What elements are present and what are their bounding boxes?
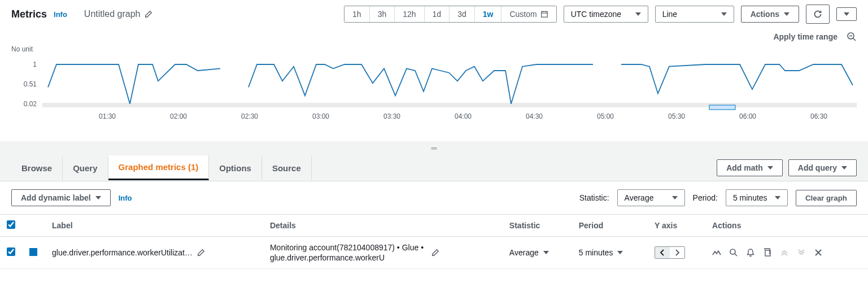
xtick: 06:30	[810, 112, 827, 120]
tab-browse[interactable]: Browse	[11, 157, 63, 180]
tab-graphed-metrics[interactable]: Graphed metrics (1)	[108, 155, 210, 180]
graph-name[interactable]: Untitled graph	[84, 9, 153, 19]
copy-icon[interactable]	[763, 248, 772, 257]
graph-name-text: Untitled graph	[84, 9, 141, 19]
metrics-line-chart[interactable]: 1 0.51 0.02 01:30 02:00 02:30 03:00 03:3…	[11, 57, 857, 130]
time-range-3h[interactable]: 3h	[370, 6, 395, 22]
statistic-label: Statistic:	[579, 193, 609, 202]
add-query-label: Add query	[798, 163, 837, 172]
xtick: 01:30	[99, 112, 116, 120]
metric-color-swatch[interactable]	[29, 248, 37, 256]
row-period-value: 5 minutes	[579, 248, 613, 257]
zoom-out-icon[interactable]	[847, 32, 857, 42]
search-icon[interactable]	[729, 248, 738, 257]
xtick: 03:00	[312, 112, 329, 120]
chart-area: No unit 1 0.51 0.02 01:30 02:00 02:30 03…	[0, 45, 868, 141]
time-range-1w[interactable]: 1w	[475, 6, 502, 22]
svg-rect-0	[541, 12, 547, 18]
chevron-right-icon	[674, 249, 680, 256]
statistic-dropdown[interactable]: Average	[617, 189, 685, 206]
row-statistic-value: Average	[509, 248, 539, 257]
caret-down-icon	[784, 12, 790, 16]
info-link[interactable]: Info	[54, 10, 67, 19]
add-query-button[interactable]: Add query	[788, 159, 857, 176]
caret-down-icon	[543, 251, 549, 254]
xtick: 04:30	[526, 112, 543, 120]
close-icon[interactable]	[814, 248, 823, 257]
tab-source[interactable]: Source	[262, 157, 312, 180]
caret-down-icon	[775, 196, 780, 199]
col-actions: Actions	[705, 215, 868, 237]
xtick: 03:30	[383, 112, 400, 120]
time-range-3d[interactable]: 3d	[450, 6, 475, 22]
timezone-dropdown[interactable]: UTC timezone	[564, 6, 648, 23]
caret-down-icon	[617, 251, 623, 254]
add-dynamic-label-button[interactable]: Add dynamic label	[11, 189, 111, 206]
caret-down-icon	[635, 12, 641, 16]
caret-down-icon	[721, 12, 727, 16]
row-actions	[712, 248, 861, 257]
move-down-icon[interactable]	[797, 248, 806, 257]
row-statistic-dropdown[interactable]: Average	[509, 248, 565, 257]
chevron-left-icon	[660, 249, 665, 256]
time-range-selector: 1h 3h 12h 1d 3d 1w Custom	[344, 6, 557, 23]
caret-down-icon	[672, 196, 678, 199]
select-all-checkbox[interactable]	[7, 220, 15, 229]
edit-icon[interactable]	[145, 10, 152, 18]
actions-label: Actions	[751, 10, 779, 19]
time-range-1h[interactable]: 1h	[344, 6, 370, 22]
time-range-custom[interactable]: Custom	[501, 6, 556, 22]
xtick: 04:00	[455, 112, 472, 120]
col-statistic: Statistic	[503, 215, 572, 237]
xtick: 02:30	[241, 112, 258, 120]
time-range-1d[interactable]: 1d	[425, 6, 450, 22]
xtick: 05:30	[668, 112, 685, 120]
refresh-options-button[interactable]	[836, 7, 857, 21]
tab-options[interactable]: Options	[209, 157, 262, 180]
apply-time-range-button[interactable]: Apply time range	[773, 32, 838, 41]
tab-query[interactable]: Query	[63, 157, 108, 180]
time-selection-box[interactable]	[709, 105, 735, 110]
tabs-bar: Browse Query Graphed metrics (1) Options…	[0, 155, 868, 181]
xtick: 06:00	[739, 112, 756, 120]
period-dropdown[interactable]: 5 minutes	[726, 189, 788, 206]
actions-dropdown[interactable]: Actions	[741, 6, 799, 23]
refresh-icon	[813, 10, 822, 19]
edit-icon[interactable]	[197, 249, 205, 257]
refresh-button[interactable]	[806, 5, 830, 24]
panel-resize-handle[interactable]: ═	[0, 141, 868, 155]
svg-point-7	[730, 249, 735, 254]
row-period-dropdown[interactable]: 5 minutes	[579, 248, 641, 257]
col-period: Period	[572, 215, 648, 237]
clear-graph-button[interactable]: Clear graph	[796, 190, 857, 206]
header-bar: Metrics Info Untitled graph 1h 3h 12h 1d…	[0, 0, 868, 28]
row-checkbox[interactable]	[7, 247, 15, 256]
ytick-1: 1	[33, 60, 37, 68]
table-header-row: Label Details Statistic Period Y axis Ac…	[0, 215, 868, 237]
bell-icon[interactable]	[746, 248, 755, 257]
page-title: Metrics	[11, 8, 47, 20]
add-math-label: Add math	[726, 163, 763, 172]
chart-type-dropdown[interactable]: Line	[655, 6, 734, 23]
apply-time-range-bar: Apply time range	[0, 28, 868, 45]
add-math-button[interactable]: Add math	[717, 159, 783, 176]
edit-icon[interactable]	[431, 249, 439, 257]
svg-line-5	[853, 38, 856, 41]
y-axis-label: No unit	[11, 45, 857, 53]
xtick: 05:00	[597, 112, 614, 120]
caret-down-icon	[95, 196, 101, 199]
move-up-icon[interactable]	[780, 248, 789, 257]
y-axis-right-button[interactable]	[670, 247, 684, 258]
info-link[interactable]: Info	[119, 194, 132, 202]
y-axis-left-button[interactable]	[655, 247, 670, 258]
controls-row: Add dynamic label Info Statistic: Averag…	[0, 181, 868, 214]
timezone-value: UTC timezone	[571, 10, 621, 19]
time-range-12h[interactable]: 12h	[395, 6, 424, 22]
metric-label: glue.driver.performance.workerUtilizat…	[52, 248, 193, 257]
svg-line-8	[735, 254, 737, 256]
y-axis-toggle	[655, 246, 685, 259]
caret-down-icon	[841, 166, 847, 170]
alarm-icon[interactable]	[712, 248, 721, 257]
graphed-metrics-table: Label Details Statistic Period Y axis Ac…	[0, 214, 868, 269]
metric-details: Monitoring account(782104008917) • Glue …	[270, 242, 427, 263]
